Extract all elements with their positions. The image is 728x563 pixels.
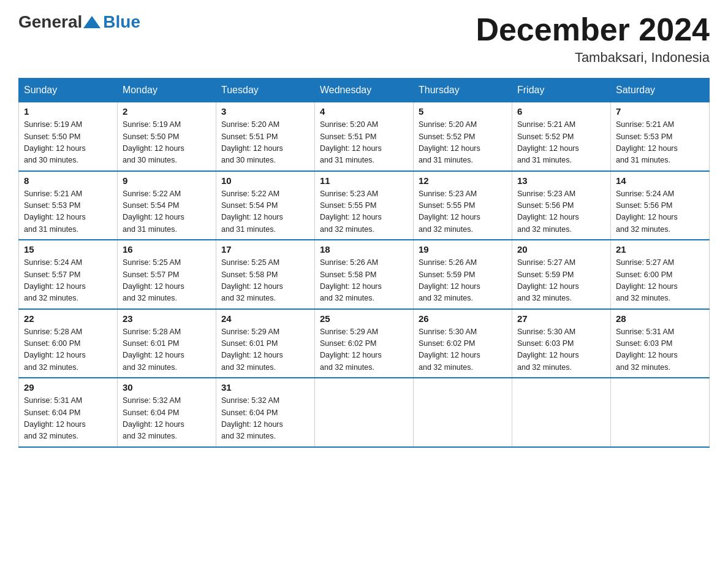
day-info: Sunrise: 5:29 AMSunset: 6:02 PMDaylight:… [320,326,408,374]
day-number: 24 [221,313,309,324]
calendar-cell: 24Sunrise: 5:29 AMSunset: 6:01 PMDayligh… [216,309,315,378]
day-info: Sunrise: 5:28 AMSunset: 6:01 PMDaylight:… [123,326,211,374]
day-info: Sunrise: 5:24 AMSunset: 5:57 PMDaylight:… [24,257,112,305]
day-number: 25 [320,313,408,324]
logo-general-text: General [18,12,82,32]
day-info: Sunrise: 5:20 AMSunset: 5:52 PMDaylight:… [419,119,507,167]
title-area: December 2024 Tambaksari, Indonesia [476,12,710,66]
day-info: Sunrise: 5:28 AMSunset: 6:00 PMDaylight:… [24,326,112,374]
logo-triangle-icon [83,16,100,28]
day-info: Sunrise: 5:25 AMSunset: 5:58 PMDaylight:… [221,257,309,305]
day-number: 26 [419,313,507,324]
header-sunday: Sunday [19,79,118,102]
calendar-cell: 2Sunrise: 5:19 AMSunset: 5:50 PMDaylight… [118,102,216,171]
calendar-cell: 28Sunrise: 5:31 AMSunset: 6:03 PMDayligh… [611,309,710,378]
day-number: 14 [616,175,704,186]
calendar-cell: 18Sunrise: 5:26 AMSunset: 5:58 PMDayligh… [315,240,414,309]
calendar-cell: 7Sunrise: 5:21 AMSunset: 5:53 PMDaylight… [611,102,710,171]
calendar-cell [512,378,611,447]
day-number: 11 [320,175,408,186]
day-info: Sunrise: 5:23 AMSunset: 5:56 PMDaylight:… [517,188,605,236]
day-number: 20 [517,244,605,255]
day-info: Sunrise: 5:23 AMSunset: 5:55 PMDaylight:… [320,188,408,236]
calendar-cell: 31Sunrise: 5:32 AMSunset: 6:04 PMDayligh… [216,378,315,447]
calendar-cell: 4Sunrise: 5:20 AMSunset: 5:51 PMDaylight… [315,102,414,171]
header-friday: Friday [512,79,611,102]
day-info: Sunrise: 5:32 AMSunset: 6:04 PMDaylight:… [123,395,211,443]
header-saturday: Saturday [611,79,710,102]
calendar-cell: 27Sunrise: 5:30 AMSunset: 6:03 PMDayligh… [512,309,611,378]
header-wednesday: Wednesday [315,79,414,102]
calendar-cell: 19Sunrise: 5:26 AMSunset: 5:59 PMDayligh… [414,240,512,309]
calendar-cell: 10Sunrise: 5:22 AMSunset: 5:54 PMDayligh… [216,171,315,240]
calendar-cell: 11Sunrise: 5:23 AMSunset: 5:55 PMDayligh… [315,171,414,240]
calendar-header-row: SundayMondayTuesdayWednesdayThursdayFrid… [19,79,710,102]
location-title: Tambaksari, Indonesia [476,50,710,66]
page-header: General Blue December 2024 Tambaksari, I… [18,12,710,66]
day-info: Sunrise: 5:22 AMSunset: 5:54 PMDaylight:… [221,188,309,236]
day-number: 23 [123,313,211,324]
day-info: Sunrise: 5:23 AMSunset: 5:55 PMDaylight:… [419,188,507,236]
calendar-cell: 8Sunrise: 5:21 AMSunset: 5:53 PMDaylight… [19,171,118,240]
day-number: 15 [24,244,112,255]
day-info: Sunrise: 5:24 AMSunset: 5:56 PMDaylight:… [616,188,704,236]
day-number: 4 [320,106,408,117]
day-info: Sunrise: 5:27 AMSunset: 6:00 PMDaylight:… [616,257,704,305]
calendar-cell: 26Sunrise: 5:30 AMSunset: 6:02 PMDayligh… [414,309,512,378]
day-number: 29 [24,382,112,393]
header-thursday: Thursday [414,79,512,102]
header-tuesday: Tuesday [216,79,315,102]
calendar-week-row: 8Sunrise: 5:21 AMSunset: 5:53 PMDaylight… [19,171,710,240]
calendar-cell: 5Sunrise: 5:20 AMSunset: 5:52 PMDaylight… [414,102,512,171]
day-info: Sunrise: 5:21 AMSunset: 5:53 PMDaylight:… [24,188,112,236]
day-info: Sunrise: 5:30 AMSunset: 6:03 PMDaylight:… [517,326,605,374]
day-number: 7 [616,106,704,117]
day-info: Sunrise: 5:26 AMSunset: 5:58 PMDaylight:… [320,257,408,305]
calendar-week-row: 22Sunrise: 5:28 AMSunset: 6:00 PMDayligh… [19,309,710,378]
day-number: 8 [24,175,112,186]
day-info: Sunrise: 5:31 AMSunset: 6:03 PMDaylight:… [616,326,704,374]
day-info: Sunrise: 5:22 AMSunset: 5:54 PMDaylight:… [123,188,211,236]
calendar-cell [611,378,710,447]
day-number: 30 [123,382,211,393]
day-info: Sunrise: 5:26 AMSunset: 5:59 PMDaylight:… [419,257,507,305]
day-info: Sunrise: 5:19 AMSunset: 5:50 PMDaylight:… [123,119,211,167]
day-number: 9 [123,175,211,186]
day-number: 10 [221,175,309,186]
calendar-table: SundayMondayTuesdayWednesdayThursdayFrid… [18,78,710,448]
day-info: Sunrise: 5:21 AMSunset: 5:53 PMDaylight:… [616,119,704,167]
calendar-cell: 1Sunrise: 5:19 AMSunset: 5:50 PMDaylight… [19,102,118,171]
day-info: Sunrise: 5:20 AMSunset: 5:51 PMDaylight:… [221,119,309,167]
day-info: Sunrise: 5:21 AMSunset: 5:52 PMDaylight:… [517,119,605,167]
calendar-cell: 6Sunrise: 5:21 AMSunset: 5:52 PMDaylight… [512,102,611,171]
day-info: Sunrise: 5:27 AMSunset: 5:59 PMDaylight:… [517,257,605,305]
day-number: 31 [221,382,309,393]
month-title: December 2024 [476,12,710,47]
calendar-cell: 29Sunrise: 5:31 AMSunset: 6:04 PMDayligh… [19,378,118,447]
calendar-cell: 20Sunrise: 5:27 AMSunset: 5:59 PMDayligh… [512,240,611,309]
calendar-week-row: 1Sunrise: 5:19 AMSunset: 5:50 PMDaylight… [19,102,710,171]
day-number: 28 [616,313,704,324]
calendar-week-row: 15Sunrise: 5:24 AMSunset: 5:57 PMDayligh… [19,240,710,309]
calendar-cell: 30Sunrise: 5:32 AMSunset: 6:04 PMDayligh… [118,378,216,447]
logo-blue-text: Blue [103,12,140,32]
day-number: 16 [123,244,211,255]
day-info: Sunrise: 5:30 AMSunset: 6:02 PMDaylight:… [419,326,507,374]
day-info: Sunrise: 5:32 AMSunset: 6:04 PMDaylight:… [221,395,309,443]
day-number: 22 [24,313,112,324]
header-monday: Monday [118,79,216,102]
day-info: Sunrise: 5:25 AMSunset: 5:57 PMDaylight:… [123,257,211,305]
day-number: 13 [517,175,605,186]
day-number: 2 [123,106,211,117]
day-number: 17 [221,244,309,255]
day-number: 5 [419,106,507,117]
day-number: 6 [517,106,605,117]
calendar-cell: 15Sunrise: 5:24 AMSunset: 5:57 PMDayligh… [19,240,118,309]
day-number: 1 [24,106,112,117]
day-number: 21 [616,244,704,255]
day-number: 19 [419,244,507,255]
calendar-cell [414,378,512,447]
day-number: 3 [221,106,309,117]
calendar-cell: 9Sunrise: 5:22 AMSunset: 5:54 PMDaylight… [118,171,216,240]
day-info: Sunrise: 5:31 AMSunset: 6:04 PMDaylight:… [24,395,112,443]
